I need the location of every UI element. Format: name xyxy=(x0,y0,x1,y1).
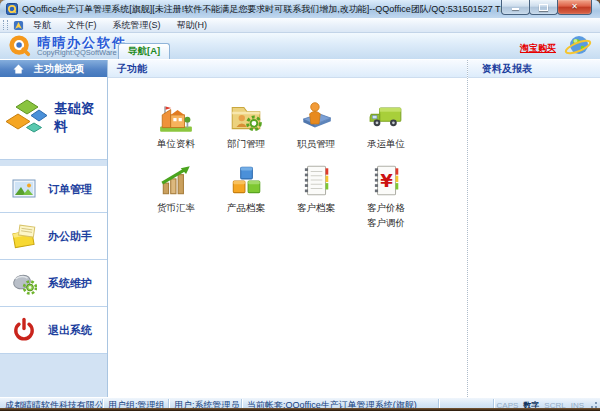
grid-item-customer-price[interactable]: ¥ 客户价格 客户调价 xyxy=(351,163,421,229)
navigation-menu-icon xyxy=(13,20,24,31)
status-caps-lock: CAPS xyxy=(497,401,519,409)
reports-panel-header: 资料及报表 xyxy=(468,60,600,78)
reports-panel-title: 资料及报表 xyxy=(482,62,532,76)
taobao-buy-link[interactable]: 淘宝购买 xyxy=(520,42,556,55)
brand-name: 晴晴办公软件 xyxy=(37,36,127,49)
app-window: QQoffice生产订单管理系统[旗舰][未注册!软件不能满足您要求时可联系我们… xyxy=(0,0,600,408)
status-insert: INS xyxy=(571,401,584,409)
main-panel-title: 子功能 xyxy=(117,62,147,76)
svg-text:¥: ¥ xyxy=(380,170,393,191)
sidebar-header-label: 主功能选项 xyxy=(34,62,84,76)
sidebar-item-office-helper[interactable]: 办公助手 xyxy=(0,213,107,260)
staff-management-icon xyxy=(298,99,334,135)
q-logo-icon xyxy=(8,34,32,58)
office-helper-icon xyxy=(11,223,37,249)
reports-panel: 资料及报表 xyxy=(468,60,600,397)
minimize-icon xyxy=(512,8,519,10)
unit-info-icon xyxy=(158,99,194,135)
sidebar-item-base-data[interactable]: 基础资料 xyxy=(0,77,107,160)
title-bar: QQoffice生产订单管理系统[旗舰][未注册!软件不能满足您要求时可联系我们… xyxy=(0,0,600,18)
brand-block: 晴晴办公软件 CopyRight:QQSoftWare xyxy=(8,34,127,58)
currency-rate-icon xyxy=(158,163,194,199)
sidebar-item-label: 订单管理 xyxy=(48,182,92,197)
menu-item-file[interactable]: 文件(F) xyxy=(60,18,104,33)
system-maintenance-icon xyxy=(11,270,37,296)
sidebar-filler xyxy=(0,354,107,397)
tab-navigation[interactable]: 导航[A] xyxy=(118,43,170,59)
app-icon xyxy=(6,3,18,15)
menu-item-navigate[interactable]: 导航 xyxy=(26,18,58,33)
status-user-group: 用户组:管理组 xyxy=(103,399,169,408)
status-company: 成都晴晴软件科技有限公司 xyxy=(0,399,103,408)
product-file-icon xyxy=(228,163,264,199)
sidebar-item-label: 退出系统 xyxy=(48,323,92,338)
grid-item-label: 产品档案 xyxy=(227,202,265,214)
grid-item-customer-file[interactable]: 客户档案 xyxy=(281,163,351,229)
maximize-icon xyxy=(539,4,548,11)
grid-item-currency-rate[interactable]: 货币汇率 xyxy=(141,163,211,229)
brand-copyright: CopyRight:QQSoftWare xyxy=(37,49,127,57)
reports-panel-body xyxy=(468,78,600,397)
grid-item-department-management[interactable]: 部门管理 xyxy=(211,99,281,150)
brand-band: 晴晴办公软件 CopyRight:QQSoftWare 导航[A] 淘宝购买 xyxy=(0,33,600,60)
grid-item-label: 部门管理 xyxy=(227,138,265,150)
grid-item-label: 货币汇率 xyxy=(157,202,195,214)
grid-item-label: 客户价格 xyxy=(367,202,405,214)
order-management-icon xyxy=(11,176,37,202)
close-icon: ✕ xyxy=(571,3,578,11)
brand-text: 晴晴办公软件 CopyRight:QQSoftWare xyxy=(37,36,127,57)
sidebar: 主功能选项 基础资料 xyxy=(0,60,108,397)
customer-file-icon xyxy=(298,163,334,199)
status-num-lock: 数字 xyxy=(523,400,539,409)
status-lock-keys: CAPS 数字 SCRL INS xyxy=(494,400,587,409)
customer-price-icon: ¥ xyxy=(368,163,404,199)
status-spacer xyxy=(439,399,494,408)
sidebar-item-label: 基础资料 xyxy=(54,100,107,136)
sidebar-item-label: 办公助手 xyxy=(48,229,92,244)
close-button[interactable]: ✕ xyxy=(557,0,592,15)
grid-item-carrier[interactable]: 承运单位 xyxy=(351,99,421,150)
grid-item-label-line2: 客户调价 xyxy=(367,217,405,229)
grid-item-product-file[interactable]: 产品档案 xyxy=(211,163,281,229)
grid-item-label: 单位资料 xyxy=(157,138,195,150)
sidebar-item-system-maintenance[interactable]: 系统维护 xyxy=(0,260,107,307)
main-panel: 子功能 xyxy=(108,60,468,397)
globe-icon xyxy=(564,34,592,58)
status-user: 用户:系统管理员 xyxy=(169,399,242,408)
main-panel-header: 子功能 xyxy=(108,60,467,78)
window-title: QQoffice生产订单管理系统[旗舰][未注册!软件不能满足您要求时可联系我们… xyxy=(22,3,568,16)
grid-item-unit-info[interactable]: 单位资料 xyxy=(141,99,211,150)
toolbar-grip xyxy=(3,20,8,30)
status-scroll-lock: SCRL xyxy=(544,401,565,409)
grid-item-staff-management[interactable]: 职员管理 xyxy=(281,99,351,150)
menu-item-system[interactable]: 系统管理(S) xyxy=(106,18,168,33)
grid-item-label: 承运单位 xyxy=(367,138,405,150)
sidebar-item-exit-system[interactable]: 退出系统 xyxy=(0,307,107,354)
maximize-button[interactable] xyxy=(529,0,558,15)
minimize-button[interactable] xyxy=(501,0,530,15)
function-grid: 单位资料 部门管理 xyxy=(108,78,467,229)
grid-item-label: 职员管理 xyxy=(297,138,335,150)
grid-item-label: 客户档案 xyxy=(297,202,335,214)
home-icon xyxy=(13,64,24,74)
menu-item-help[interactable]: 帮助(H) xyxy=(170,18,215,33)
power-icon xyxy=(11,317,37,343)
menu-bar: 导航 文件(F) 系统管理(S) 帮助(H) xyxy=(0,18,600,33)
sidebar-item-order-management[interactable]: 订单管理 xyxy=(0,166,107,213)
carrier-truck-icon xyxy=(368,99,404,135)
window-controls: ✕ xyxy=(502,0,592,15)
base-data-icon xyxy=(5,97,49,139)
department-management-icon xyxy=(228,99,264,135)
sidebar-item-label: 系统维护 xyxy=(48,276,92,291)
status-account-set: 当前帐套:QQoffice生产订单管理系统(旗舰) xyxy=(242,399,439,408)
status-bar: 成都晴晴软件科技有限公司 用户组:管理组 用户:系统管理员 当前帐套:QQoff… xyxy=(0,397,600,408)
sidebar-header: 主功能选项 xyxy=(0,60,107,77)
body: 主功能选项 基础资料 xyxy=(0,60,600,397)
